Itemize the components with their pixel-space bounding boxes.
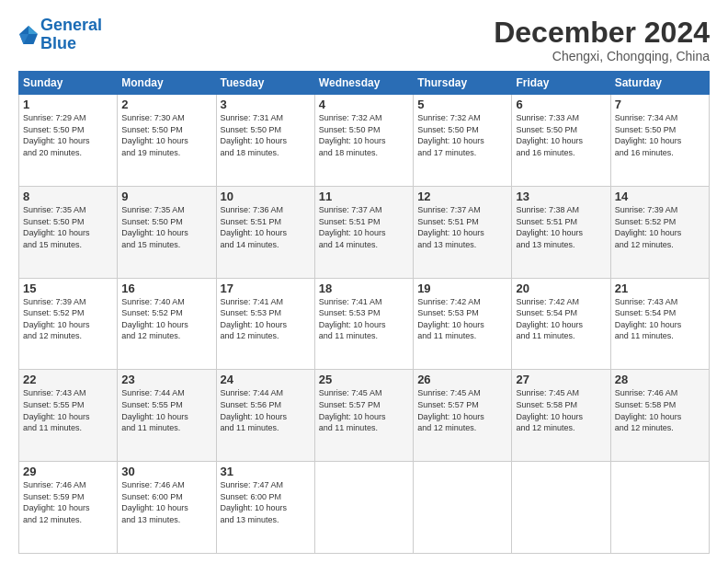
- day-number: 14: [615, 190, 705, 203]
- table-cell: 2Sunrise: 7:30 AM Sunset: 5:50 PM Daylig…: [118, 95, 216, 187]
- table-cell: 13Sunrise: 7:38 AM Sunset: 5:51 PM Dayli…: [512, 186, 610, 278]
- table-cell: 21Sunrise: 7:43 AM Sunset: 5:54 PM Dayli…: [610, 278, 709, 370]
- week-row-2: 8Sunrise: 7:35 AM Sunset: 5:50 PM Daylig…: [19, 186, 710, 278]
- month-title: December 2024: [494, 17, 710, 49]
- day-info: Sunrise: 7:41 AM Sunset: 5:53 PM Dayligh…: [221, 296, 311, 342]
- table-cell: 14Sunrise: 7:39 AM Sunset: 5:52 PM Dayli…: [610, 186, 709, 278]
- header-row: Sunday Monday Tuesday Wednesday Thursday…: [19, 72, 710, 95]
- table-cell: 10Sunrise: 7:36 AM Sunset: 5:51 PM Dayli…: [216, 186, 314, 278]
- week-row-4: 22Sunrise: 7:43 AM Sunset: 5:55 PM Dayli…: [19, 370, 710, 462]
- table-cell: 3Sunrise: 7:31 AM Sunset: 5:50 PM Daylig…: [216, 95, 314, 187]
- day-number: 7: [615, 98, 705, 111]
- header: General Blue December 2024 Chengxi, Chon…: [18, 17, 710, 63]
- day-info: Sunrise: 7:46 AM Sunset: 5:58 PM Dayligh…: [615, 387, 705, 433]
- table-cell: 12Sunrise: 7:37 AM Sunset: 5:51 PM Dayli…: [414, 186, 512, 278]
- day-info: Sunrise: 7:36 AM Sunset: 5:51 PM Dayligh…: [221, 204, 311, 250]
- logo-icon: [18, 25, 39, 45]
- svg-marker-1: [28, 26, 38, 34]
- day-number: 15: [23, 282, 113, 295]
- table-cell: 20Sunrise: 7:42 AM Sunset: 5:54 PM Dayli…: [512, 278, 610, 370]
- day-info: Sunrise: 7:29 AM Sunset: 5:50 PM Dayligh…: [23, 112, 113, 158]
- day-info: Sunrise: 7:42 AM Sunset: 5:53 PM Dayligh…: [417, 296, 507, 342]
- day-number: 25: [319, 373, 409, 386]
- table-cell: 28Sunrise: 7:46 AM Sunset: 5:58 PM Dayli…: [610, 370, 709, 462]
- table-cell: 22Sunrise: 7:43 AM Sunset: 5:55 PM Dayli…: [19, 370, 118, 462]
- col-wednesday: Wednesday: [314, 72, 413, 95]
- table-cell: 9Sunrise: 7:35 AM Sunset: 5:50 PM Daylig…: [118, 186, 216, 278]
- day-number: 26: [417, 373, 507, 386]
- table-cell: [610, 462, 709, 554]
- day-number: 24: [221, 373, 311, 386]
- day-number: 30: [121, 465, 211, 478]
- day-info: Sunrise: 7:30 AM Sunset: 5:50 PM Dayligh…: [121, 112, 211, 158]
- day-number: 18: [319, 282, 409, 295]
- week-row-5: 29Sunrise: 7:46 AM Sunset: 5:59 PM Dayli…: [19, 462, 710, 554]
- day-info: Sunrise: 7:47 AM Sunset: 6:00 PM Dayligh…: [221, 479, 311, 525]
- day-number: 8: [23, 190, 113, 203]
- col-sunday: Sunday: [19, 72, 118, 95]
- day-number: 9: [121, 190, 211, 203]
- day-info: Sunrise: 7:45 AM Sunset: 5:58 PM Dayligh…: [516, 387, 606, 433]
- day-info: Sunrise: 7:44 AM Sunset: 5:56 PM Dayligh…: [221, 387, 311, 433]
- table-cell: 17Sunrise: 7:41 AM Sunset: 5:53 PM Dayli…: [216, 278, 314, 370]
- day-info: Sunrise: 7:46 AM Sunset: 6:00 PM Dayligh…: [121, 479, 211, 525]
- table-cell: 26Sunrise: 7:45 AM Sunset: 5:57 PM Dayli…: [414, 370, 512, 462]
- day-info: Sunrise: 7:33 AM Sunset: 5:50 PM Dayligh…: [516, 112, 606, 158]
- col-monday: Monday: [118, 72, 216, 95]
- day-info: Sunrise: 7:35 AM Sunset: 5:50 PM Dayligh…: [23, 204, 113, 250]
- day-info: Sunrise: 7:46 AM Sunset: 5:59 PM Dayligh…: [23, 479, 113, 525]
- table-cell: [512, 462, 610, 554]
- table-cell: 29Sunrise: 7:46 AM Sunset: 5:59 PM Dayli…: [19, 462, 118, 554]
- col-saturday: Saturday: [610, 72, 709, 95]
- day-number: 29: [23, 465, 113, 478]
- day-number: 17: [221, 282, 311, 295]
- day-info: Sunrise: 7:45 AM Sunset: 5:57 PM Dayligh…: [319, 387, 409, 433]
- table-cell: 6Sunrise: 7:33 AM Sunset: 5:50 PM Daylig…: [512, 95, 610, 187]
- day-number: 2: [121, 98, 211, 111]
- day-info: Sunrise: 7:32 AM Sunset: 5:50 PM Dayligh…: [417, 112, 507, 158]
- table-cell: 15Sunrise: 7:39 AM Sunset: 5:52 PM Dayli…: [19, 278, 118, 370]
- day-info: Sunrise: 7:41 AM Sunset: 5:53 PM Dayligh…: [319, 296, 409, 342]
- day-number: 20: [516, 282, 606, 295]
- day-number: 22: [23, 373, 113, 386]
- day-number: 1: [23, 98, 113, 111]
- week-row-3: 15Sunrise: 7:39 AM Sunset: 5:52 PM Dayli…: [19, 278, 710, 370]
- day-info: Sunrise: 7:32 AM Sunset: 5:50 PM Dayligh…: [319, 112, 409, 158]
- location-subtitle: Chengxi, Chongqing, China: [494, 49, 710, 63]
- day-info: Sunrise: 7:40 AM Sunset: 5:52 PM Dayligh…: [121, 296, 211, 342]
- day-number: 5: [417, 98, 507, 111]
- table-cell: 7Sunrise: 7:34 AM Sunset: 5:50 PM Daylig…: [610, 95, 709, 187]
- table-cell: 8Sunrise: 7:35 AM Sunset: 5:50 PM Daylig…: [19, 186, 118, 278]
- day-number: 6: [516, 98, 606, 111]
- day-number: 16: [121, 282, 211, 295]
- title-block: December 2024 Chengxi, Chongqing, China: [494, 17, 710, 63]
- table-cell: 4Sunrise: 7:32 AM Sunset: 5:50 PM Daylig…: [314, 95, 413, 187]
- day-info: Sunrise: 7:39 AM Sunset: 5:52 PM Dayligh…: [23, 296, 113, 342]
- day-number: 4: [319, 98, 409, 111]
- day-info: Sunrise: 7:44 AM Sunset: 5:55 PM Dayligh…: [121, 387, 211, 433]
- day-number: 21: [615, 282, 705, 295]
- day-number: 11: [319, 190, 409, 203]
- table-cell: 23Sunrise: 7:44 AM Sunset: 5:55 PM Dayli…: [118, 370, 216, 462]
- table-cell: 11Sunrise: 7:37 AM Sunset: 5:51 PM Dayli…: [314, 186, 413, 278]
- week-row-1: 1Sunrise: 7:29 AM Sunset: 5:50 PM Daylig…: [19, 95, 710, 187]
- logo: General Blue: [18, 17, 102, 53]
- table-cell: 5Sunrise: 7:32 AM Sunset: 5:50 PM Daylig…: [414, 95, 512, 187]
- col-thursday: Thursday: [414, 72, 512, 95]
- table-cell: 18Sunrise: 7:41 AM Sunset: 5:53 PM Dayli…: [314, 278, 413, 370]
- day-number: 13: [516, 190, 606, 203]
- table-cell: 16Sunrise: 7:40 AM Sunset: 5:52 PM Dayli…: [118, 278, 216, 370]
- day-info: Sunrise: 7:45 AM Sunset: 5:57 PM Dayligh…: [417, 387, 507, 433]
- day-number: 19: [417, 282, 507, 295]
- day-info: Sunrise: 7:34 AM Sunset: 5:50 PM Dayligh…: [615, 112, 705, 158]
- day-number: 27: [516, 373, 606, 386]
- day-number: 12: [417, 190, 507, 203]
- day-number: 31: [221, 465, 311, 478]
- day-info: Sunrise: 7:43 AM Sunset: 5:55 PM Dayligh…: [23, 387, 113, 433]
- table-cell: [314, 462, 413, 554]
- day-info: Sunrise: 7:39 AM Sunset: 5:52 PM Dayligh…: [615, 204, 705, 250]
- day-info: Sunrise: 7:42 AM Sunset: 5:54 PM Dayligh…: [516, 296, 606, 342]
- table-cell: 19Sunrise: 7:42 AM Sunset: 5:53 PM Dayli…: [414, 278, 512, 370]
- logo-line1: General: [40, 16, 102, 34]
- day-info: Sunrise: 7:37 AM Sunset: 5:51 PM Dayligh…: [319, 204, 409, 250]
